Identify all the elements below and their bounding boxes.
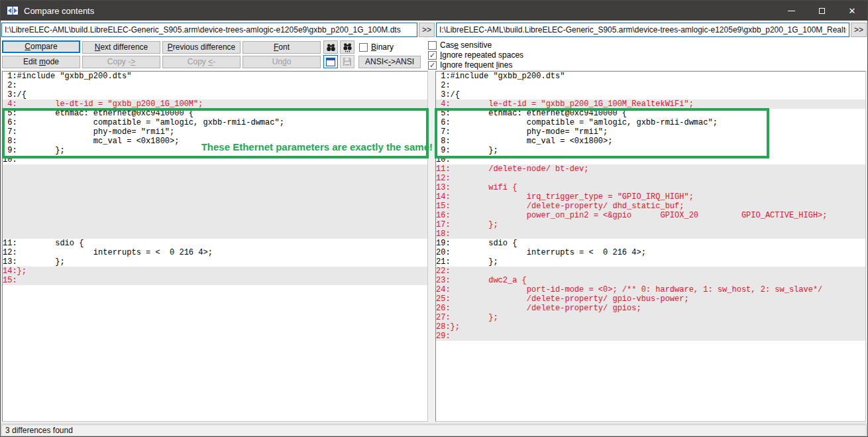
code-line[interactable]: 1:#include "gxbb_p200.dts"	[3, 72, 427, 81]
code-line[interactable]: 9: };	[436, 146, 865, 155]
case-sensitive-checkbox[interactable]: ✓ Case sensitive	[428, 40, 492, 50]
code-line[interactable]: 28:};	[436, 322, 865, 332]
code-line[interactable]: 26: /delete-property/ gpios;	[436, 304, 865, 313]
code-line[interactable]: 15:	[3, 276, 427, 285]
find-next-button[interactable]	[340, 40, 354, 54]
code-line-text: 22:	[436, 267, 451, 276]
next-difference-button[interactable]: Next difference	[82, 41, 160, 54]
code-line-text: 5: ethmac: ethernet@0xc9410000 {	[436, 109, 627, 118]
code-line[interactable]: 3:/{	[436, 90, 865, 99]
edit-mode-button[interactable]: Edit mode	[2, 56, 80, 68]
ignore-frequent-lines-checkbox[interactable]: ✓ Ignore frequent lines	[428, 60, 512, 70]
right-path-browse-button[interactable]: >>	[851, 23, 867, 37]
ignore-frequent-lines-label: Ignore frequent lines	[440, 60, 512, 70]
compare-button[interactable]: Compare	[2, 40, 80, 53]
code-line[interactable]: 12:	[436, 174, 865, 183]
binary-checkbox[interactable]: ✓ Binary	[359, 42, 394, 52]
code-line-text: 7: phy-mode= "rmii";	[436, 127, 608, 137]
find-button[interactable]	[323, 40, 338, 54]
code-line[interactable]: 15: /delete-property/ dhd_static_buf;	[436, 202, 865, 211]
code-line[interactable]: 6: compatible = "amlogic, gxbb-rmii-dwma…	[3, 118, 427, 127]
code-line-text: 4: le-dt-id = "gxbb_p200_1G_100M_Realtek…	[436, 99, 694, 109]
compare-icon	[7, 6, 19, 15]
code-line[interactable]: 14: irq_trigger_type = "GPIO_IRQ_HIGH";	[436, 192, 865, 202]
code-line[interactable]: 16: power_on_pin2 = <&gpio GPIOX_20 GPIO…	[436, 211, 865, 220]
compare-contents-window: Compare contents ✕ >> >> Compare Next di…	[0, 0, 868, 437]
code-line[interactable]: 1:#include "gxbb_p200.dts"	[436, 72, 865, 81]
code-line[interactable]: 25: /delete-property/ gpio-vbus-power;	[436, 294, 865, 304]
left-file-pane[interactable]: 1:#include "gxbb_p200.dts" 2: 3:/{ 4: le…	[2, 71, 428, 422]
code-line[interactable]: 14:};	[3, 267, 427, 276]
code-line[interactable]: 10:	[436, 155, 865, 164]
code-line[interactable]: 29:	[436, 332, 865, 341]
ignore-repeated-spaces-checkbox[interactable]: ✓ Ignore repeated spaces	[428, 50, 523, 60]
code-line[interactable]: 27: };	[436, 313, 865, 322]
code-line[interactable]: 10:	[3, 155, 427, 164]
close-button[interactable]: ✕	[837, 1, 867, 21]
find-icon	[326, 42, 336, 52]
left-file-path-input[interactable]	[1, 23, 417, 37]
left-path-browse-button[interactable]: >>	[419, 23, 435, 37]
code-line[interactable]: 19: sdio {	[436, 239, 865, 248]
code-line-text: 14:};	[3, 267, 27, 276]
code-line[interactable]: 7: phy-mode= "rmii";	[3, 127, 427, 137]
code-line[interactable]: 12: interrupts = < 0 216 4>;	[3, 248, 427, 257]
code-line-text: 26: /delete-property/ gpios;	[436, 304, 641, 313]
code-line-text: 13: wifi {	[436, 183, 517, 192]
code-line-text: 21: };	[436, 257, 498, 267]
code-line[interactable]: 9: };	[3, 146, 427, 155]
binary-checkbox-label: Binary	[371, 42, 394, 52]
code-line[interactable]: 2:	[436, 81, 865, 90]
code-line[interactable]: 4: le-dt-id = "gxbb_p200_1G_100M_Realtek…	[436, 99, 865, 109]
right-file-path-input[interactable]	[436, 23, 849, 37]
code-line[interactable]: 22:	[436, 267, 865, 276]
code-line-text: 2:	[3, 81, 17, 90]
code-line[interactable]: 11: /delete-node/ bt-dev;	[436, 164, 865, 174]
code-line[interactable]: 13: };	[3, 257, 427, 267]
code-line-text: 24: port-id-mode = <0>; /** 0: hardware,…	[436, 285, 822, 294]
split-view-icon	[326, 58, 335, 66]
code-line[interactable]: 5: ethmac: ethernet@0xc9410000 {	[436, 109, 865, 118]
code-line[interactable]: 8: mc_val = <0x1800>;	[3, 137, 427, 146]
code-line-text: 3:/{	[436, 90, 460, 99]
code-line[interactable]: 11: sdio {	[3, 239, 427, 248]
undo-button[interactable]: Undo	[243, 56, 321, 68]
code-line-text: 10:	[3, 155, 17, 164]
code-line[interactable]: 8: mc_val = <0x1800>;	[436, 137, 865, 146]
code-line[interactable]: 4: le-dt-id = "gxbb_p200_1G_100M";	[3, 99, 427, 109]
checkbox-box: ✓	[359, 43, 368, 52]
save-button[interactable]	[340, 55, 354, 68]
ansi-conversion-button[interactable]: ANSI<->ANSI	[358, 56, 421, 68]
code-line-text: 28:};	[436, 322, 460, 332]
code-line-text: 17: };	[436, 220, 498, 229]
code-line-text: 29:	[436, 332, 451, 341]
code-line-text: 14: irq_trigger_type = "GPIO_IRQ_HIGH";	[436, 192, 694, 202]
right-file-pane[interactable]: 1:#include "gxbb_p200.dts" 2: 3:/{ 4: le…	[435, 71, 866, 422]
code-line[interactable]: 24: port-id-mode = <0>; /** 0: hardware,…	[436, 285, 865, 294]
code-line[interactable]: 6: compatible = "amlogic, gxbb-rmii-dwma…	[436, 118, 865, 127]
maximize-button[interactable]	[806, 1, 837, 21]
code-line[interactable]: 23: dwc2_a {	[436, 276, 865, 285]
font-button[interactable]: Font	[243, 41, 321, 54]
status-text: 3 differences found	[1, 424, 867, 436]
code-line[interactable]: 21: };	[436, 257, 865, 267]
code-line[interactable]: 20: interrupts = < 0 216 4>;	[436, 248, 865, 257]
code-line[interactable]: 2:	[3, 81, 427, 90]
copy-left-button[interactable]: Copy <-	[162, 56, 241, 68]
code-line[interactable]: 13: wifi {	[436, 183, 865, 192]
code-line[interactable]: 3:/{	[3, 90, 427, 99]
compare-panes: 1:#include "gxbb_p200.dts" 2: 3:/{ 4: le…	[1, 70, 867, 423]
checkbox-box: ✓	[428, 41, 437, 50]
minimize-button[interactable]	[776, 1, 806, 21]
code-line-text: 8: mc_val = <0x1800>;	[436, 137, 612, 146]
code-line-text: 1:#include "gxbb_p200.dts"	[436, 72, 565, 81]
copy-right-button[interactable]: Copy ->	[82, 56, 160, 68]
previous-difference-button[interactable]: Previous difference	[162, 41, 241, 54]
save-icon	[343, 57, 352, 66]
split-view-button[interactable]	[323, 55, 338, 68]
code-line[interactable]: 18:	[436, 229, 865, 239]
code-line[interactable]: 5: ethmac: ethernet@0xc9410000 {	[3, 109, 427, 118]
code-line-text: 11: sdio {	[3, 239, 83, 248]
code-line[interactable]: 17: };	[436, 220, 865, 229]
code-line[interactable]: 7: phy-mode= "rmii";	[436, 127, 865, 137]
